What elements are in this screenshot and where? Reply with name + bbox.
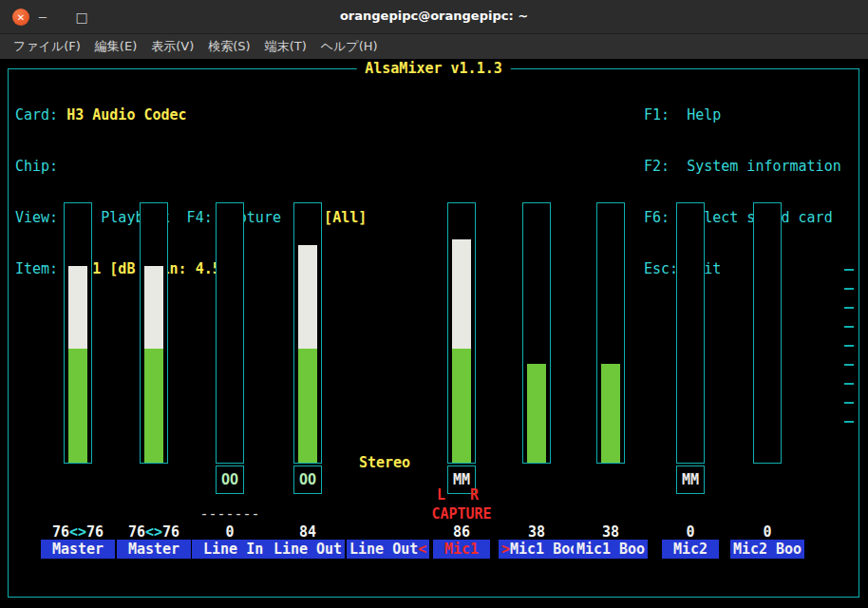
menubar: ファイル(F) 編集(E) 表示(V) 検索(S) 端末(T) ヘルプ(H)	[0, 34, 868, 59]
channel-label[interactable]: Mic1 Boo	[573, 540, 649, 559]
volume-value: 38	[573, 523, 649, 541]
mute-indicator[interactable]: OO	[293, 466, 322, 494]
titlebar[interactable]: ✕ ─ □ orangepipc@orangepipc: ~	[0, 0, 868, 34]
volume-value: 0	[192, 523, 268, 541]
menu-view[interactable]: 表示(V)	[151, 38, 194, 55]
bar-fill-lower	[68, 349, 87, 463]
channel-line-in[interactable]: OO ------- 0 Line In	[192, 202, 268, 568]
channel-label[interactable]: Master	[40, 540, 116, 559]
menu-help[interactable]: ヘルプ(H)	[321, 38, 378, 55]
channel-label-selected[interactable]: Mic1	[424, 540, 500, 559]
border-tick	[844, 364, 854, 366]
bar-fill-lower	[298, 349, 317, 463]
menu-terminal[interactable]: 端末(T)	[265, 38, 307, 55]
volume-value: 38	[499, 523, 575, 541]
unmuted-oo: OO	[299, 471, 316, 488]
border-tick	[844, 307, 854, 309]
channel-strip-area: 76<>76 Master 76<>76 Master OO ------- 0…	[0, 202, 868, 582]
channel-line-out-mode[interactable]: Stereo Line Out<	[347, 202, 423, 568]
volume-bar[interactable]	[753, 202, 782, 464]
bar-fill-upper	[144, 266, 163, 349]
channel-mic1-boost-2[interactable]: 38 Mic1 Boo	[573, 202, 649, 568]
volume-bar[interactable]	[216, 202, 244, 464]
channel-line-out-volume[interactable]: OO 84 Line Out	[270, 202, 346, 568]
menu-file[interactable]: ファイル(F)	[13, 38, 81, 55]
channel-label[interactable]: Line Out	[270, 540, 346, 559]
bar-fill-lower	[527, 364, 546, 463]
channel-label[interactable]: Mic2	[652, 540, 728, 559]
volume-bar[interactable]	[522, 202, 551, 464]
border-tick	[844, 326, 854, 328]
border-tick	[844, 402, 854, 404]
bar-fill-upper	[68, 266, 87, 349]
capture-status: -------	[192, 505, 268, 522]
volume-value: 76<>76	[116, 523, 192, 541]
channel-mic1-boost-1[interactable]: 38 >Mic1 Boo	[499, 202, 575, 568]
channel-label[interactable]: Mic2 Boo	[729, 540, 805, 559]
menu-search[interactable]: 検索(S)	[208, 38, 250, 55]
capture-status: CAPTURE	[424, 505, 500, 522]
enum-value: Stereo	[347, 454, 423, 471]
muted-mm: MM	[682, 471, 699, 488]
volume-value: 0	[652, 523, 728, 541]
volume-value: 86	[424, 523, 500, 541]
border-tick	[844, 345, 854, 347]
volume-value: 84	[270, 523, 346, 541]
bar-fill-lower	[452, 349, 471, 463]
channel-master-2[interactable]: 76<>76 Master	[116, 202, 192, 568]
border-tick	[844, 269, 854, 271]
terminal-screen[interactable]: AlsaMixer v1.1.3 Card: H3 Audio Codec Ch…	[0, 59, 868, 608]
help-line-f2: F2: System information	[644, 158, 841, 175]
volume-bar[interactable]	[447, 202, 476, 464]
menu-edit[interactable]: 編集(E)	[95, 38, 137, 55]
volume-bar[interactable]	[596, 202, 625, 464]
bar-fill-lower	[601, 364, 620, 463]
window-title: orangepipc@orangepipc: ~	[0, 9, 868, 23]
mute-indicator[interactable]: MM	[676, 466, 705, 494]
channel-mic2-boost[interactable]: 0 Mic2 Boo	[729, 202, 805, 568]
channel-label[interactable]: Master	[116, 540, 192, 559]
channel-label[interactable]: Line Out<	[347, 540, 423, 559]
mute-indicator[interactable]: OO	[216, 466, 244, 494]
volume-bar[interactable]	[64, 202, 92, 464]
channel-mic2[interactable]: MM 0 Mic2	[652, 202, 728, 568]
help-line-f1: F1: Help	[644, 106, 841, 124]
channel-mic1[interactable]: MM LR CAPTURE 86 Mic1	[424, 202, 500, 568]
volume-bar[interactable]	[140, 202, 168, 464]
volume-bar[interactable]	[293, 202, 322, 464]
border-tick	[844, 421, 854, 423]
bar-fill-upper	[452, 239, 471, 349]
volume-value: 0	[729, 523, 805, 541]
bar-fill-lower	[144, 349, 163, 463]
card-line: Card: H3 Audio Codec	[15, 106, 367, 124]
channel-master-1[interactable]: 76<>76 Master	[40, 202, 116, 568]
bar-fill-upper	[298, 245, 317, 349]
chip-line: Chip:	[15, 158, 367, 175]
border-tick	[844, 288, 854, 290]
channel-label[interactable]: Line In	[192, 540, 268, 559]
scroll-right-marker: >	[501, 541, 510, 558]
terminal-window: ✕ ─ □ orangepipc@orangepipc: ~ ファイル(F) 編…	[0, 0, 868, 608]
alsamixer-title: AlsaMixer v1.1.3	[356, 60, 511, 77]
border-tick	[844, 383, 854, 385]
volume-bar[interactable]	[676, 202, 705, 464]
unmuted-oo: OO	[221, 471, 238, 488]
channel-label[interactable]: >Mic1 Boo	[499, 540, 575, 559]
capture-lr: LR	[424, 486, 500, 502]
volume-value: 76<>76	[40, 523, 116, 541]
